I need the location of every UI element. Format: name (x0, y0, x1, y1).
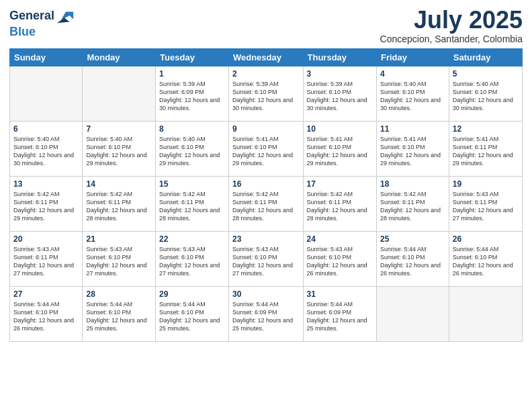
day-number: 18 (380, 179, 445, 189)
day-cell: 18Sunrise: 5:42 AMSunset: 6:11 PMDayligh… (376, 176, 449, 231)
day-info: Sunrise: 5:39 AMSunset: 6:10 PMDaylight:… (307, 80, 373, 113)
day-cell: 30Sunrise: 5:44 AMSunset: 6:09 PMDayligh… (228, 286, 303, 341)
svg-marker-0 (61, 11, 74, 20)
day-info: Sunrise: 5:44 AMSunset: 6:10 PMDaylight:… (13, 300, 79, 333)
day-cell: 17Sunrise: 5:42 AMSunset: 6:11 PMDayligh… (303, 176, 376, 231)
day-cell: 10Sunrise: 5:41 AMSunset: 6:10 PMDayligh… (303, 121, 376, 176)
day-info: Sunrise: 5:42 AMSunset: 6:11 PMDaylight:… (380, 190, 445, 223)
day-cell: 3Sunrise: 5:39 AMSunset: 6:10 PMDaylight… (303, 66, 376, 121)
day-number: 29 (159, 289, 225, 299)
day-header-thursday: Thursday (303, 48, 376, 66)
day-cell: 20Sunrise: 5:43 AMSunset: 6:11 PMDayligh… (10, 231, 83, 286)
day-cell: 26Sunrise: 5:44 AMSunset: 6:10 PMDayligh… (449, 231, 522, 286)
day-info: Sunrise: 5:40 AMSunset: 6:10 PMDaylight:… (13, 135, 79, 168)
day-cell: 8Sunrise: 5:40 AMSunset: 6:10 PMDaylight… (156, 121, 229, 176)
main-title: July 2025 (380, 7, 523, 34)
day-header-sunday: Sunday (10, 48, 83, 66)
day-number: 26 (453, 234, 519, 244)
day-number: 24 (307, 234, 373, 244)
day-header-wednesday: Wednesday (228, 48, 303, 66)
day-info: Sunrise: 5:40 AMSunset: 6:10 PMDaylight:… (453, 80, 519, 113)
day-cell: 28Sunrise: 5:44 AMSunset: 6:10 PMDayligh… (83, 286, 156, 341)
day-cell: 12Sunrise: 5:41 AMSunset: 6:11 PMDayligh… (449, 121, 522, 176)
day-info: Sunrise: 5:42 AMSunset: 6:11 PMDaylight:… (307, 190, 373, 223)
day-header-tuesday: Tuesday (156, 48, 229, 66)
day-number: 9 (232, 124, 300, 134)
day-number: 27 (13, 289, 79, 299)
day-cell: 15Sunrise: 5:42 AMSunset: 6:11 PMDayligh… (156, 176, 229, 231)
day-info: Sunrise: 5:42 AMSunset: 6:11 PMDaylight:… (159, 190, 225, 223)
day-info: Sunrise: 5:43 AMSunset: 6:11 PMDaylight:… (453, 190, 519, 223)
week-row-5: 27Sunrise: 5:44 AMSunset: 6:10 PMDayligh… (10, 286, 523, 341)
day-cell: 14Sunrise: 5:42 AMSunset: 6:11 PMDayligh… (83, 176, 156, 231)
day-number: 3 (307, 69, 373, 79)
day-cell (376, 286, 449, 341)
day-cell (83, 66, 156, 121)
week-row-4: 20Sunrise: 5:43 AMSunset: 6:11 PMDayligh… (10, 231, 523, 286)
day-info: Sunrise: 5:41 AMSunset: 6:10 PMDaylight:… (380, 135, 445, 168)
day-number: 12 (453, 124, 519, 134)
week-row-2: 6Sunrise: 5:40 AMSunset: 6:10 PMDaylight… (10, 121, 523, 176)
day-info: Sunrise: 5:40 AMSunset: 6:10 PMDaylight:… (86, 135, 152, 168)
day-cell: 23Sunrise: 5:43 AMSunset: 6:10 PMDayligh… (228, 231, 303, 286)
day-cell: 19Sunrise: 5:43 AMSunset: 6:11 PMDayligh… (449, 176, 522, 231)
day-number: 8 (159, 124, 225, 134)
day-cell: 13Sunrise: 5:42 AMSunset: 6:11 PMDayligh… (10, 176, 83, 231)
day-info: Sunrise: 5:43 AMSunset: 6:10 PMDaylight:… (159, 245, 225, 278)
day-cell (10, 66, 83, 121)
day-info: Sunrise: 5:43 AMSunset: 6:10 PMDaylight:… (86, 245, 152, 278)
day-info: Sunrise: 5:39 AMSunset: 6:10 PMDaylight:… (232, 80, 300, 113)
subtitle: Concepcion, Santander, Colombia (380, 34, 523, 44)
calendar-header-row: SundayMondayTuesdayWednesdayThursdayFrid… (10, 48, 523, 66)
day-cell: 4Sunrise: 5:40 AMSunset: 6:10 PMDaylight… (376, 66, 449, 121)
day-cell: 1Sunrise: 5:39 AMSunset: 6:09 PMDaylight… (156, 66, 229, 121)
day-number: 25 (380, 234, 445, 244)
day-number: 7 (86, 124, 152, 134)
day-header-friday: Friday (376, 48, 449, 66)
day-info: Sunrise: 5:44 AMSunset: 6:10 PMDaylight:… (159, 300, 225, 333)
day-info: Sunrise: 5:43 AMSunset: 6:10 PMDaylight:… (307, 245, 373, 278)
header: General Blue July 2025 Concepcion, Santa… (9, 7, 523, 44)
day-number: 4 (380, 69, 445, 79)
day-info: Sunrise: 5:40 AMSunset: 6:10 PMDaylight:… (159, 135, 225, 168)
day-cell: 27Sunrise: 5:44 AMSunset: 6:10 PMDayligh… (10, 286, 83, 341)
week-row-1: 1Sunrise: 5:39 AMSunset: 6:09 PMDaylight… (10, 66, 523, 121)
day-number: 10 (307, 124, 373, 134)
day-cell: 5Sunrise: 5:40 AMSunset: 6:10 PMDaylight… (449, 66, 522, 121)
day-number: 2 (232, 69, 300, 79)
day-cell: 24Sunrise: 5:43 AMSunset: 6:10 PMDayligh… (303, 231, 376, 286)
day-cell: 11Sunrise: 5:41 AMSunset: 6:10 PMDayligh… (376, 121, 449, 176)
day-info: Sunrise: 5:44 AMSunset: 6:10 PMDaylight:… (86, 300, 152, 333)
day-number: 28 (86, 289, 152, 299)
day-cell: 6Sunrise: 5:40 AMSunset: 6:10 PMDaylight… (10, 121, 83, 176)
day-number: 23 (232, 234, 300, 244)
day-info: Sunrise: 5:44 AMSunset: 6:10 PMDaylight:… (453, 245, 519, 278)
day-number: 15 (159, 179, 225, 189)
day-number: 1 (159, 69, 225, 79)
day-info: Sunrise: 5:44 AMSunset: 6:09 PMDaylight:… (232, 300, 300, 333)
day-info: Sunrise: 5:42 AMSunset: 6:11 PMDaylight:… (86, 190, 152, 223)
day-info: Sunrise: 5:44 AMSunset: 6:09 PMDaylight:… (307, 300, 373, 333)
day-number: 22 (159, 234, 225, 244)
day-cell: 7Sunrise: 5:40 AMSunset: 6:10 PMDaylight… (83, 121, 156, 176)
day-info: Sunrise: 5:39 AMSunset: 6:09 PMDaylight:… (159, 80, 225, 113)
logo-text-blue: Blue (9, 25, 36, 38)
day-info: Sunrise: 5:40 AMSunset: 6:10 PMDaylight:… (380, 80, 445, 113)
day-number: 19 (453, 179, 519, 189)
day-info: Sunrise: 5:41 AMSunset: 6:10 PMDaylight:… (307, 135, 373, 168)
logo: General Blue (9, 7, 75, 39)
day-cell: 21Sunrise: 5:43 AMSunset: 6:10 PMDayligh… (83, 231, 156, 286)
calendar: SundayMondayTuesdayWednesdayThursdayFrid… (9, 48, 523, 342)
day-number: 16 (232, 179, 300, 189)
day-cell: 16Sunrise: 5:42 AMSunset: 6:11 PMDayligh… (228, 176, 303, 231)
day-info: Sunrise: 5:43 AMSunset: 6:11 PMDaylight:… (13, 245, 79, 278)
day-cell: 22Sunrise: 5:43 AMSunset: 6:10 PMDayligh… (156, 231, 229, 286)
day-number: 20 (13, 234, 79, 244)
day-number: 6 (13, 124, 79, 134)
day-number: 14 (86, 179, 152, 189)
logo-text: General (9, 9, 54, 23)
day-info: Sunrise: 5:41 AMSunset: 6:10 PMDaylight:… (232, 135, 300, 168)
day-info: Sunrise: 5:44 AMSunset: 6:10 PMDaylight:… (380, 245, 445, 278)
day-number: 30 (232, 289, 300, 299)
day-header-monday: Monday (83, 48, 156, 66)
